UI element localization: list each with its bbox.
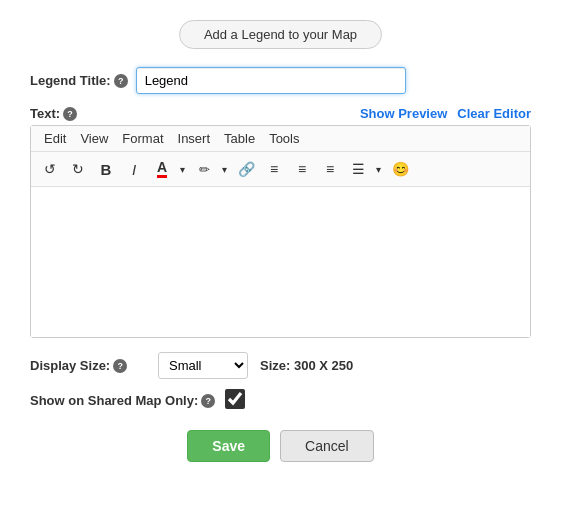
editor-toolbar: ↺ ↻ B I A ▾ ✏ ▾ 🔗 [31, 152, 530, 187]
text-actions: Show Preview Clear Editor [360, 106, 531, 121]
font-color-a-icon: A [157, 160, 167, 178]
list-button[interactable]: ☰ [345, 156, 371, 182]
button-row: Save Cancel [30, 430, 531, 462]
pencil-icon: ✏ [199, 162, 210, 177]
menu-insert[interactable]: Insert [171, 129, 218, 148]
link-button[interactable]: 🔗 [233, 156, 259, 182]
save-button[interactable]: Save [187, 430, 270, 462]
display-size-select[interactable]: Small Medium Large [158, 352, 248, 379]
list-dropdown[interactable]: ▾ [371, 156, 385, 182]
menu-view[interactable]: View [73, 129, 115, 148]
font-color-button[interactable]: A [149, 156, 175, 182]
font-color-group: A ▾ [149, 156, 189, 182]
text-help-icon[interactable]: ? [63, 107, 77, 121]
shared-map-checkbox-container [225, 389, 245, 412]
menu-format[interactable]: Format [115, 129, 170, 148]
size-info: Size: 300 X 250 [260, 358, 353, 373]
add-legend-button[interactable]: Add a Legend to your Map [179, 20, 382, 49]
clear-editor-link[interactable]: Clear Editor [457, 106, 531, 121]
menu-tools[interactable]: Tools [262, 129, 306, 148]
align-left-button[interactable]: ≡ [261, 156, 287, 182]
menu-edit[interactable]: Edit [37, 129, 73, 148]
highlight-color-group: ✏ ▾ [191, 156, 231, 182]
highlight-dropdown[interactable]: ▾ [217, 156, 231, 182]
align-right-button[interactable]: ≡ [317, 156, 343, 182]
undo-button[interactable]: ↺ [37, 156, 63, 182]
font-color-dropdown[interactable]: ▾ [175, 156, 189, 182]
redo-button[interactable]: ↻ [65, 156, 91, 182]
shared-map-label: Show on Shared Map Only: ? [30, 393, 215, 408]
editor-menubar: Edit View Format Insert Table Tools [31, 126, 530, 152]
legend-title-input[interactable] [136, 67, 406, 94]
legend-title-row: Legend Title: ? [30, 67, 531, 94]
legend-title-label: Legend Title: ? [30, 73, 128, 88]
form-section: Legend Title: ? Text: ? Show Preview Cle… [30, 67, 531, 462]
display-size-help-icon[interactable]: ? [113, 359, 127, 373]
cancel-button[interactable]: Cancel [280, 430, 374, 462]
align-center-button[interactable]: ≡ [289, 156, 315, 182]
editor-container: Edit View Format Insert Table Tools ↺ ↻ … [30, 125, 531, 338]
highlight-button[interactable]: ✏ [191, 156, 217, 182]
italic-button[interactable]: I [121, 156, 147, 182]
text-label: Text: ? [30, 106, 90, 121]
list-group: ☰ ▾ [345, 156, 385, 182]
shared-map-row: Show on Shared Map Only: ? [30, 389, 531, 412]
text-row: Text: ? Show Preview Clear Editor [30, 106, 531, 121]
emoji-button[interactable]: 😊 [387, 156, 413, 182]
legend-title-help-icon[interactable]: ? [114, 74, 128, 88]
show-preview-link[interactable]: Show Preview [360, 106, 447, 121]
display-size-label: Display Size: ? [30, 358, 150, 373]
shared-map-help-icon[interactable]: ? [201, 394, 215, 408]
editor-body[interactable] [31, 187, 530, 337]
display-size-row: Display Size: ? Small Medium Large Size:… [30, 352, 531, 379]
menu-table[interactable]: Table [217, 129, 262, 148]
shared-map-checkbox[interactable] [225, 389, 245, 409]
bold-button[interactable]: B [93, 156, 119, 182]
